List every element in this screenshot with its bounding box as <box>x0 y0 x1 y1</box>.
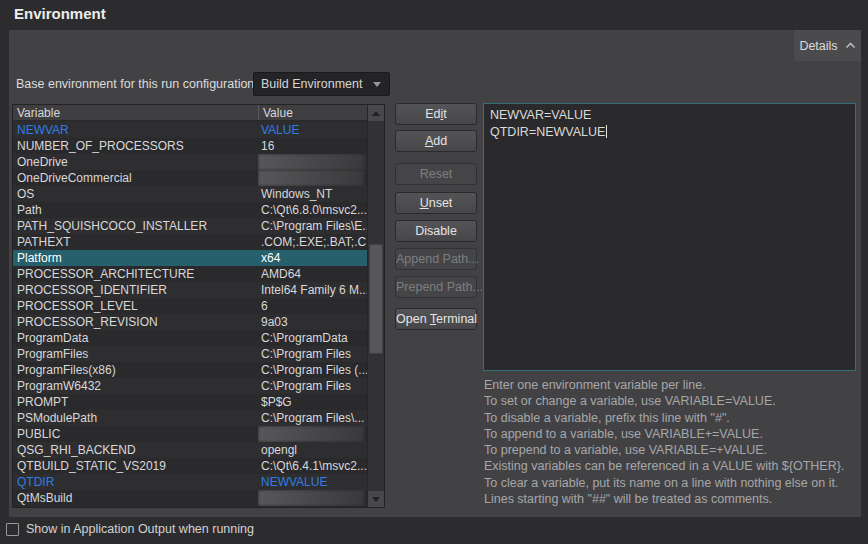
text-cursor <box>606 125 607 138</box>
table-row[interactable]: OneDrive <box>13 154 367 170</box>
table-row[interactable]: PROCESSOR_IDENTIFIERIntel64 Family 6 M..… <box>13 282 367 298</box>
chevron-down-icon <box>373 82 381 87</box>
value-cell: opengl <box>258 442 367 458</box>
help-line: To prepend to a variable, use VARIABLE=+… <box>484 442 859 458</box>
help-line: Existing variables can be referenced in … <box>484 458 859 474</box>
variable-cell: Path <box>13 202 258 218</box>
value-cell <box>258 426 367 442</box>
table-row[interactable]: OneDriveCommercial <box>13 170 367 186</box>
table-row[interactable]: PSModulePathC:\Program Files\... <box>13 410 367 426</box>
value-cell: C:\Program Files\... <box>258 410 367 426</box>
variable-cell: ProgramW6432 <box>13 378 258 394</box>
variable-cell: PROCESSOR_IDENTIFIER <box>13 282 258 298</box>
triangle-up-icon <box>372 111 380 116</box>
value-cell: C:\Program Files\E... <box>258 218 367 234</box>
variable-cell: QtMsBuild <box>13 490 258 506</box>
value-cell: AMD64 <box>258 266 367 282</box>
table-row[interactable]: NUMBER_OF_PROCESSORS16 <box>13 138 367 154</box>
table-row[interactable]: Platformx64 <box>13 250 367 266</box>
chevron-up-icon <box>845 42 856 49</box>
unset-button[interactable]: Unset <box>395 192 477 214</box>
redacted-value <box>258 154 364 170</box>
value-cell: 6 <box>258 298 367 314</box>
scrollbar-down-arrow[interactable] <box>368 491 384 507</box>
table-row[interactable]: ProgramFilesC:\Program Files <box>13 346 367 362</box>
variable-cell: QTBUILD_STATIC_VS2019 <box>13 458 258 474</box>
table-body: NEWVARVALUENUMBER_OF_PROCESSORS16OneDriv… <box>13 122 367 508</box>
help-line: Enter one environment variable per line. <box>484 377 859 393</box>
base-environment-label: Base environment for this run configurat… <box>16 72 258 96</box>
value-cell: x64 <box>258 250 367 266</box>
value-cell: C:\Qt\6.4.1\msvc2... <box>258 458 367 474</box>
column-header-variable[interactable]: Variable <box>13 105 258 120</box>
value-cell: Intel64 Family 6 M... <box>258 282 367 298</box>
redacted-value <box>258 490 364 506</box>
action-button-column: EditAddResetUnsetDisableAppend Path...Pr… <box>395 103 477 363</box>
table-row[interactable]: QSG_RHI_BACKENDopengl <box>13 442 367 458</box>
table-row[interactable]: ProgramDataC:\ProgramData <box>13 330 367 346</box>
variable-cell: PROCESSOR_REVISION <box>13 314 258 330</box>
triangle-down-icon <box>372 497 380 502</box>
value-cell <box>258 490 367 506</box>
variable-cell: PROCESSOR_LEVEL <box>13 298 258 314</box>
table-row[interactable]: PROMPT$P$G <box>13 394 367 410</box>
details-toggle-button[interactable]: Details <box>794 30 861 61</box>
redacted-value <box>258 426 364 442</box>
table-row[interactable]: QTDIRNEWVALUE <box>13 474 367 490</box>
table-row[interactable]: OSWindows_NT <box>13 186 367 202</box>
editor-line: NEWVAR=VALUE <box>490 107 849 124</box>
details-panel: Details Base environment for this run co… <box>9 30 861 517</box>
value-cell: C:\Qt\6.8.0\msvc2... <box>258 202 367 218</box>
base-environment-value: Build Environment <box>254 77 373 91</box>
variable-cell: PATHEXT <box>13 234 258 250</box>
value-cell: 16 <box>258 138 367 154</box>
base-environment-select[interactable]: Build Environment <box>253 72 390 96</box>
scrollbar-thumb[interactable] <box>369 244 383 354</box>
value-cell: Windows_NT <box>258 186 367 202</box>
table-row[interactable]: PROCESSOR_ARCHITECTUREAMD64 <box>13 266 367 282</box>
variable-cell: ProgramFiles(x86) <box>13 362 258 378</box>
edit-button[interactable]: Edit <box>395 103 477 125</box>
table-row[interactable]: PROCESSOR_REVISION9a03 <box>13 314 367 330</box>
disable-button[interactable]: Disable <box>395 220 477 242</box>
table-row[interactable]: PROCESSOR_LEVEL6 <box>13 298 367 314</box>
help-line: To set or change a variable, use VARIABL… <box>484 393 859 409</box>
environment-editor[interactable]: NEWVAR=VALUEQTDIR=NEWVALUE <box>483 103 856 371</box>
value-cell: $P$G <box>258 394 367 410</box>
variable-cell: OneDrive <box>13 154 258 170</box>
help-line: To clear a variable, put its name on a l… <box>484 475 859 491</box>
add-button[interactable]: Add <box>395 130 477 152</box>
footer: Show in Application Output when running <box>6 519 254 539</box>
table-row[interactable]: PATHEXT.COM;.EXE;.BAT;.C... <box>13 234 367 250</box>
variable-cell: ProgramFiles <box>13 346 258 362</box>
value-cell: NEWVALUE <box>258 474 367 490</box>
table-scrollbar[interactable] <box>367 105 384 507</box>
variable-cell: PROMPT <box>13 394 258 410</box>
show-in-output-checkbox[interactable] <box>6 523 19 536</box>
open-terminal-button[interactable]: Open Terminal <box>395 308 477 330</box>
reset-button: Reset <box>395 163 477 185</box>
table-row[interactable]: QTBUILD_STATIC_VS2019C:\Qt\6.4.1\msvc2..… <box>13 458 367 474</box>
table-row[interactable]: PUBLIC <box>13 426 367 442</box>
help-line: To disable a variable, prefix this line … <box>484 410 859 426</box>
table-row[interactable]: PATH_SQUISHCOCO_INSTALLERC:\Program File… <box>13 218 367 234</box>
table-row[interactable]: PathC:\Qt\6.8.0\msvc2... <box>13 202 367 218</box>
value-cell: C:\Program Files <box>258 378 367 394</box>
variable-cell: PUBLIC <box>13 426 258 442</box>
column-header-value[interactable]: Value <box>258 105 367 120</box>
table-header: Variable Value <box>13 105 367 121</box>
table-row[interactable]: ProgramFiles(x86)C:\Program Files (... <box>13 362 367 378</box>
scrollbar-up-arrow[interactable] <box>368 105 384 121</box>
variable-cell: PATH_SQUISHCOCO_INSTALLER <box>13 218 258 234</box>
redacted-value <box>258 170 364 186</box>
variable-cell: QTDIR <box>13 474 258 490</box>
table-row[interactable]: QtMsBuild <box>13 490 367 506</box>
variable-cell: OS <box>13 186 258 202</box>
variable-cell: ProgramData <box>13 330 258 346</box>
variable-cell: Platform <box>13 250 258 266</box>
table-row[interactable]: NEWVARVALUE <box>13 122 367 138</box>
table-row[interactable]: ProgramW6432C:\Program Files <box>13 378 367 394</box>
editor-line: QTDIR=NEWVALUE <box>490 124 849 141</box>
environment-table: Variable Value NEWVARVALUENUMBER_OF_PROC… <box>12 104 385 508</box>
show-in-output-label: Show in Application Output when running <box>26 522 254 536</box>
